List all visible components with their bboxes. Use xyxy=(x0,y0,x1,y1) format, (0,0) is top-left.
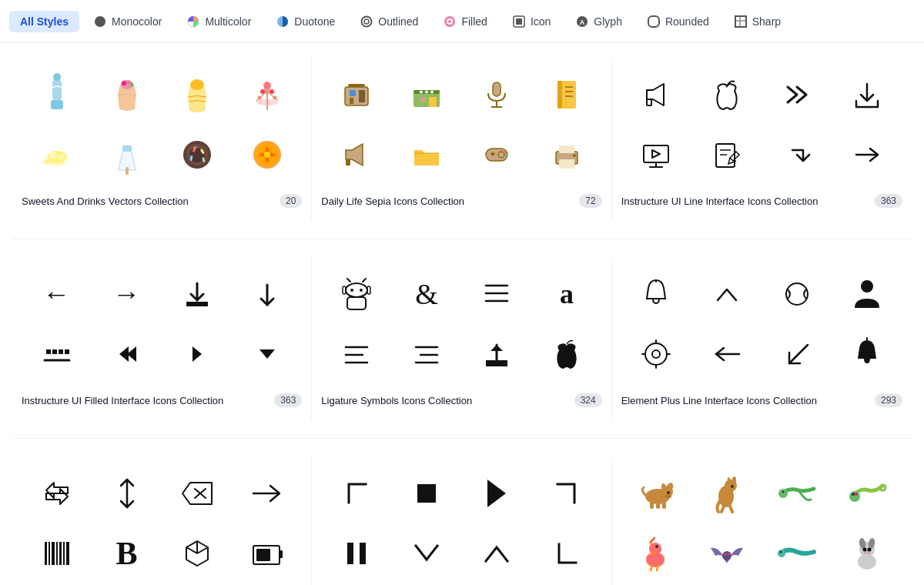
icon-cell[interactable] xyxy=(762,324,832,384)
icon-cell[interactable] xyxy=(321,523,391,583)
icon-cell[interactable] xyxy=(532,463,602,523)
daily-count: 72 xyxy=(579,194,601,208)
icon-cell[interactable] xyxy=(92,324,162,384)
icon-cell[interactable] xyxy=(92,125,162,185)
icon-cell[interactable]: a xyxy=(532,264,602,324)
icon-cell[interactable] xyxy=(92,463,162,523)
icon-cell[interactable] xyxy=(162,463,232,523)
icon-cell[interactable] xyxy=(321,463,391,523)
icon-cell[interactable] xyxy=(832,65,902,125)
icon-cell[interactable] xyxy=(391,324,461,384)
icon-cell[interactable] xyxy=(621,125,691,185)
svg-point-28 xyxy=(260,89,265,94)
duotone-icon xyxy=(276,15,290,28)
nav-item-monocolor[interactable]: Monocolor xyxy=(82,10,172,33)
icon-cell[interactable] xyxy=(461,125,531,185)
icon-cell[interactable] xyxy=(762,523,832,583)
nav-item-rounded[interactable]: Rounded xyxy=(636,10,720,33)
svg-point-68 xyxy=(558,89,561,92)
nav-item-icon[interactable]: Icon xyxy=(501,10,561,33)
monocolor-icon xyxy=(93,15,107,28)
arrow-left-icon: ← xyxy=(43,280,71,308)
icon-cell[interactable]: → xyxy=(92,264,162,324)
collection-element-line: Element Plus Line Interface Icons Collec… xyxy=(612,258,912,420)
icon-cell[interactable] xyxy=(232,324,302,384)
icon-cell[interactable] xyxy=(691,125,762,185)
icon-cell[interactable] xyxy=(391,65,461,125)
icon-cell[interactable] xyxy=(621,65,691,125)
icon-cell[interactable] xyxy=(321,125,391,185)
icon-cell[interactable] xyxy=(232,264,302,324)
icon-cell[interactable] xyxy=(321,65,391,125)
nav-item-glyph[interactable]: A Glyph xyxy=(564,10,633,33)
icon-cell[interactable] xyxy=(532,523,602,583)
icon-cell[interactable] xyxy=(162,264,232,324)
icon-cell[interactable] xyxy=(162,125,232,185)
ligature-grid: & a xyxy=(321,264,601,384)
nav-item-all[interactable]: All Styles xyxy=(9,11,79,32)
svg-point-162 xyxy=(722,551,732,560)
icon-cell[interactable] xyxy=(391,523,461,583)
icon-cell[interactable] xyxy=(832,125,902,185)
icon-cell[interactable] xyxy=(691,264,762,324)
icon-cell[interactable] xyxy=(832,523,902,583)
icon-cell[interactable] xyxy=(621,264,691,324)
icon-cell[interactable] xyxy=(621,523,691,583)
icon-cell[interactable] xyxy=(461,463,531,523)
icon-cell[interactable] xyxy=(461,264,531,324)
icon-cell[interactable] xyxy=(321,324,391,384)
icon-cell[interactable] xyxy=(762,463,832,523)
glyph-icon: A xyxy=(575,15,589,28)
icon-cell[interactable] xyxy=(22,65,92,125)
icon-cell[interactable] xyxy=(321,264,391,324)
svg-rect-78 xyxy=(559,145,574,153)
nav-item-outlined[interactable]: Outlined xyxy=(349,10,429,33)
icon-cell[interactable] xyxy=(832,463,902,523)
icon-cell[interactable]: B xyxy=(92,523,162,583)
icon-cell[interactable] xyxy=(92,65,162,125)
element-line-footer: Element Plus Line Interface Icons Collec… xyxy=(621,393,902,407)
nav-item-sharp[interactable]: Sharp xyxy=(723,10,792,33)
element-line-name: Element Plus Line Interface Icons Collec… xyxy=(621,395,817,406)
icon-cell[interactable] xyxy=(691,463,762,523)
icon-cell[interactable] xyxy=(22,125,92,185)
icon-cell[interactable] xyxy=(762,125,832,185)
icon-cell[interactable] xyxy=(762,264,832,324)
icon-cell[interactable]: ← xyxy=(22,264,92,324)
icon-cell[interactable] xyxy=(532,324,602,384)
icon-cell[interactable] xyxy=(461,65,531,125)
icon-cell[interactable] xyxy=(391,463,461,523)
icon-cell[interactable] xyxy=(162,523,232,583)
icon-cell[interactable] xyxy=(532,65,602,125)
icon-cell[interactable] xyxy=(691,324,762,384)
icon-cell[interactable] xyxy=(232,65,302,125)
icon-cell[interactable] xyxy=(621,324,691,384)
nav-item-duotone[interactable]: Duotone xyxy=(265,10,346,33)
icon-cell[interactable] xyxy=(22,324,92,384)
icon-cell[interactable] xyxy=(232,125,302,185)
icon-cell[interactable] xyxy=(461,523,531,583)
icon-cell[interactable] xyxy=(232,463,302,523)
collection-row-0: Sweets And Drinks Vectors Collection 20 xyxy=(12,58,912,220)
svg-rect-13 xyxy=(735,16,746,27)
icon-cell[interactable] xyxy=(162,65,232,125)
nav-label-all: All Styles xyxy=(20,15,69,28)
svg-rect-146 xyxy=(650,501,654,509)
icon-cell[interactable] xyxy=(832,264,902,324)
nav-item-multicolor[interactable]: Multicolor xyxy=(176,10,262,33)
icon-cell[interactable] xyxy=(391,125,461,185)
icon-cell[interactable] xyxy=(691,523,762,583)
icon-cell[interactable] xyxy=(832,324,902,384)
icon-cell[interactable] xyxy=(691,65,762,125)
icon-cell[interactable]: & xyxy=(391,264,461,324)
icon-cell[interactable] xyxy=(621,463,691,523)
nav-item-filled[interactable]: Filled xyxy=(432,10,497,33)
icon-cell[interactable] xyxy=(461,324,531,384)
icon-cell[interactable] xyxy=(232,523,302,583)
icon-cell[interactable] xyxy=(22,523,92,583)
icon-cell[interactable] xyxy=(762,65,832,125)
svg-rect-139 xyxy=(360,543,366,564)
icon-cell[interactable] xyxy=(22,463,92,523)
icon-cell[interactable] xyxy=(532,125,602,185)
icon-cell[interactable] xyxy=(162,324,232,384)
